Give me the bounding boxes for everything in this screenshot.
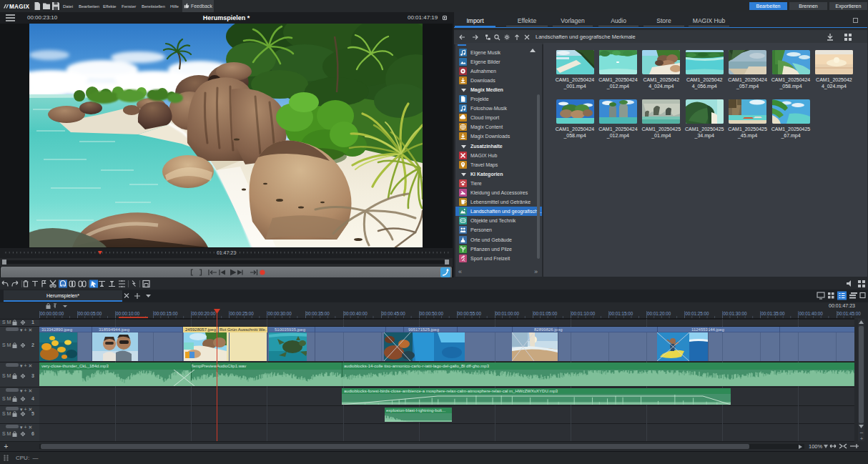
svg-text:MAGIX: MAGIX bbox=[9, 4, 30, 10]
